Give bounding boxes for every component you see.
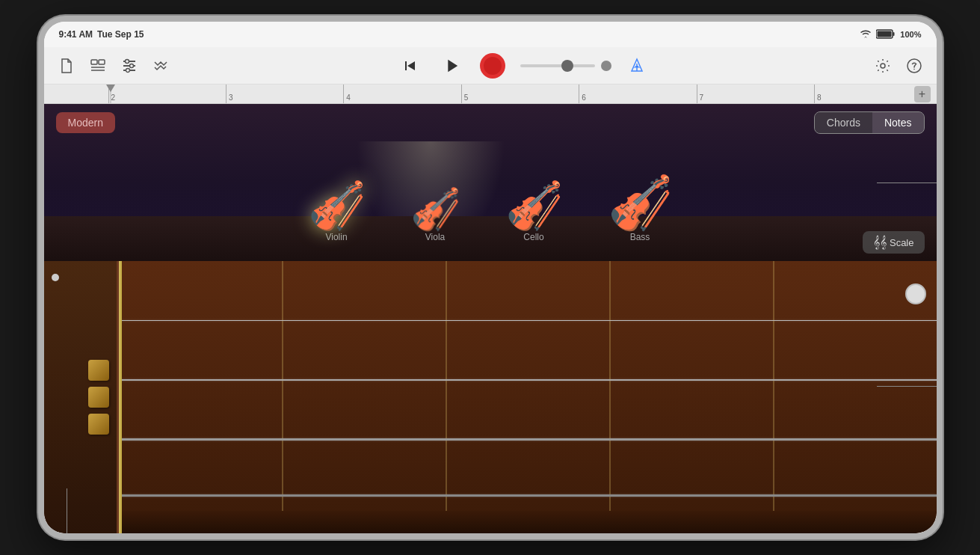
- new-song-button[interactable]: [56, 55, 77, 76]
- preset-button[interactable]: Modern: [56, 112, 115, 133]
- svg-point-12: [881, 64, 885, 68]
- svg-point-7: [126, 68, 129, 72]
- ruler-mark-4: 4: [343, 85, 460, 103]
- mixer-button[interactable]: [119, 55, 140, 76]
- svg-rect-3: [91, 60, 97, 64]
- violin-instrument[interactable]: 🎻 Violin: [308, 183, 366, 242]
- chords-toggle-button[interactable]: Chords: [815, 112, 872, 133]
- instruments-row: 🎻 Violin 🎻 Viola 🎻 Cello: [308, 177, 673, 254]
- string-1[interactable]: [119, 320, 937, 322]
- help-button[interactable]: [904, 55, 925, 76]
- instrument-area: Modern Chords Notes 🎻 Violin: [44, 104, 937, 261]
- svg-rect-2: [878, 31, 892, 37]
- svg-point-5: [125, 59, 129, 63]
- bass-icon: 🎻: [608, 177, 673, 229]
- scroll-handle[interactable]: [905, 283, 926, 304]
- ruler-mark-2: 2: [108, 85, 226, 103]
- bass-instrument[interactable]: 🎻 Bass: [608, 177, 673, 242]
- tempo-track[interactable]: [520, 64, 595, 67]
- battery-icon: [876, 29, 896, 40]
- string-2[interactable]: [119, 379, 937, 381]
- violin-label: Violin: [325, 232, 347, 242]
- bass-label: Bass: [630, 232, 650, 242]
- ipad-frame: 9:41 AM Tue Sep 15: [38, 16, 943, 539]
- scale-music-icon: 𝄞𝄞: [873, 236, 887, 249]
- status-date: Tue Sep 15: [97, 29, 144, 40]
- record-button[interactable]: [480, 53, 505, 79]
- ruler-mark-5: 5: [461, 85, 579, 103]
- svg-rect-1: [893, 32, 895, 36]
- main-content: Modern Chords Notes 🎻 Violin: [44, 104, 937, 533]
- neck-head: [44, 261, 119, 533]
- screen: 9:41 AM Tue Sep 15: [44, 22, 937, 533]
- notes-toggle-button[interactable]: Notes: [872, 112, 924, 133]
- viola-label: Viola: [425, 232, 445, 242]
- string-4[interactable]: [119, 494, 937, 497]
- viola-icon: 🎻: [410, 188, 460, 229]
- status-time: 9:41 AM: [59, 29, 93, 40]
- toolbar: [44, 47, 937, 85]
- ruler-mark-7: 7: [697, 85, 814, 103]
- string-3[interactable]: [119, 438, 937, 441]
- tuning-peg-3[interactable]: [88, 414, 109, 435]
- cello-label: Cello: [523, 232, 543, 242]
- annotation-line-1: [877, 183, 937, 183]
- metronome-button[interactable]: [626, 55, 647, 76]
- stage: 🎻 Violin 🎻 Viola 🎻 Cello: [44, 141, 937, 261]
- fretboard-bottom: [44, 511, 937, 533]
- ruler: 2 3 4 5 6 7 8: [49, 85, 932, 103]
- tempo-control[interactable]: [520, 61, 611, 71]
- tempo-dot: [601, 61, 611, 71]
- timeline[interactable]: 2 3 4 5 6 7 8 +: [44, 85, 937, 104]
- side-button[interactable]: [52, 274, 59, 281]
- playhead-indicator: [106, 85, 115, 92]
- svg-rect-4: [99, 60, 105, 64]
- tempo-thumb[interactable]: [561, 60, 573, 72]
- status-bar: 9:41 AM Tue Sep 15: [44, 22, 937, 47]
- string-instrument-area[interactable]: [44, 261, 937, 533]
- scale-label: Scale: [890, 237, 914, 248]
- svg-point-14: [913, 68, 915, 70]
- ruler-mark-3: 3: [226, 85, 343, 103]
- viola-instrument[interactable]: 🎻 Viola: [410, 188, 460, 242]
- tracks-button[interactable]: [87, 55, 108, 76]
- annotation-line-3: [67, 488, 67, 533]
- status-right: 100%: [860, 29, 921, 40]
- eq-button[interactable]: [150, 55, 171, 76]
- rewind-button[interactable]: [396, 52, 423, 79]
- settings-button[interactable]: [872, 55, 893, 76]
- toolbar-right: [872, 55, 925, 76]
- strings: [119, 261, 937, 533]
- violin-icon: 🎻: [308, 183, 366, 229]
- scale-button[interactable]: 𝄞𝄞 Scale: [863, 231, 925, 254]
- toolbar-center: [396, 52, 647, 79]
- add-track-button[interactable]: +: [914, 86, 931, 102]
- svg-rect-11: [635, 66, 638, 67]
- tuning-peg-1[interactable]: [88, 360, 109, 381]
- cello-icon: 🎻: [505, 183, 563, 229]
- wifi-icon: [860, 29, 872, 40]
- record-indicator: [484, 57, 502, 75]
- cello-instrument[interactable]: 🎻 Cello: [505, 183, 563, 242]
- annotation-line-2: [877, 386, 937, 387]
- instrument-top-bar: Modern Chords Notes: [44, 104, 937, 141]
- battery-pct: 100%: [900, 30, 921, 39]
- tuning-peg-2[interactable]: [88, 387, 109, 408]
- toolbar-left: [56, 55, 171, 76]
- chord-note-toggle: Chords Notes: [814, 111, 925, 134]
- svg-point-6: [129, 64, 133, 67]
- ruler-mark-6: 6: [579, 85, 696, 103]
- playhead[interactable]: [110, 85, 111, 103]
- play-button[interactable]: [438, 52, 465, 79]
- status-left: 9:41 AM Tue Sep 15: [59, 29, 144, 40]
